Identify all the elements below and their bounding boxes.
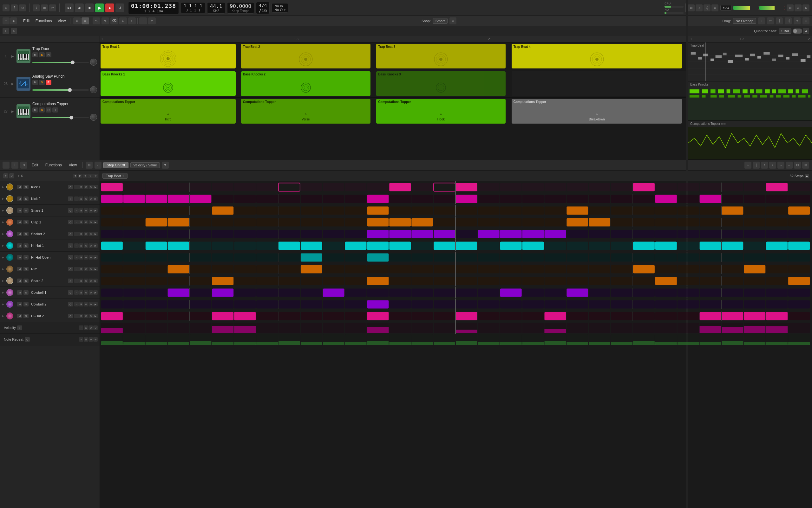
cowbell2-arr5[interactable]: ▶: [93, 302, 98, 306]
expand-hihat2[interactable]: ▶: [2, 314, 5, 318]
logo-icon[interactable]: ⊕: [3, 4, 9, 11]
drag-icon2[interactable]: ⇐: [767, 17, 774, 25]
kick2-arr5[interactable]: ▶: [93, 197, 98, 201]
quantize-value[interactable]: 1 Bar: [779, 29, 791, 34]
cowbell2-tune[interactable]: ◇: [68, 302, 73, 306]
snare2-arr4[interactable]: ⊖: [88, 279, 93, 283]
cowbell1-arr2[interactable]: ⊞: [79, 290, 83, 295]
cycle-button[interactable]: ↺: [115, 3, 124, 12]
piano-icon[interactable]: ♪: [696, 4, 703, 11]
cross-tool[interactable]: ✛: [148, 17, 156, 25]
kick1-solo[interactable]: S: [24, 185, 29, 189]
step-on-off-button[interactable]: Step On/Off: [104, 162, 129, 168]
kick1-arr5[interactable]: ▶: [93, 185, 98, 189]
grid-icon[interactable]: ⊞: [787, 4, 794, 11]
kick2-tune[interactable]: ◇: [68, 197, 73, 201]
rim-arr1[interactable]: →: [74, 267, 79, 271]
track-expand-3[interactable]: ▶: [11, 109, 14, 113]
shaker2-arr3[interactable]: ⊕: [84, 232, 88, 236]
clip-trap-beat-1[interactable]: Trap Beat 1: [101, 44, 236, 69]
rim-solo[interactable]: S: [24, 267, 29, 271]
hihat-open-mute[interactable]: M: [17, 255, 22, 260]
expand-hihat1[interactable]: ▶: [2, 244, 5, 247]
seq-full-screen[interactable]: ⊞: [802, 162, 809, 169]
library-button[interactable]: ◈: [10, 17, 17, 25]
cowbell1-arr1[interactable]: →: [74, 290, 79, 295]
drag-icon1[interactable]: |←: [758, 17, 765, 25]
grid-view-button[interactable]: ⊞: [73, 17, 81, 25]
drag-icon4[interactable]: →|: [785, 17, 792, 25]
help-icon[interactable]: ⊙: [19, 4, 26, 11]
rim-arr5[interactable]: ▶: [93, 267, 98, 271]
seq-nav-copy[interactable]: ⊚: [93, 174, 98, 178]
cowbell1-arr3[interactable]: ⊕: [84, 290, 88, 295]
hihat2-arr1[interactable]: →: [74, 314, 79, 318]
pan-knob-1[interactable]: [90, 58, 97, 66]
hihat1-tune[interactable]: ◇: [68, 243, 73, 248]
hihat1-solo[interactable]: S: [24, 243, 29, 248]
scissors-icon[interactable]: ✂: [49, 4, 56, 11]
mixer-icon[interactable]: ⊞: [688, 4, 695, 11]
hihat-open-tune[interactable]: ◇: [68, 255, 73, 260]
mute-1[interactable]: M: [32, 52, 38, 57]
clap1-arr4[interactable]: ⊖: [88, 220, 93, 224]
kick1-arr1[interactable]: →: [74, 185, 79, 189]
clip-trap-beat-3[interactable]: Trap Beat 3: [376, 44, 506, 69]
seq-add-button[interactable]: +: [3, 162, 9, 169]
solo-2[interactable]: S: [39, 80, 45, 85]
rim-arr3[interactable]: ⊕: [84, 267, 88, 271]
seq-speaker-right[interactable]: ♪: [744, 162, 751, 169]
volume-slider-1[interactable]: [32, 62, 89, 63]
cowbell2-mute[interactable]: M: [17, 302, 22, 306]
hihat2-tune[interactable]: ◇: [68, 314, 73, 318]
seq-menu-edit[interactable]: Edit: [29, 162, 41, 168]
hihat-open-arr3[interactable]: ⊕: [84, 255, 88, 260]
drag-icon3[interactable]: |: [776, 17, 783, 25]
rewind-button[interactable]: ⏮: [65, 3, 74, 12]
shaker2-mute[interactable]: M: [17, 232, 22, 236]
kick1-mute[interactable]: M: [17, 185, 22, 189]
track-expand-1[interactable]: ▶: [11, 54, 14, 58]
snare2-arr2[interactable]: ⊞: [79, 279, 83, 283]
vel-arr1[interactable]: →: [79, 326, 83, 330]
snare2-tune[interactable]: ◇: [68, 279, 73, 283]
seq-settings-button[interactable]: ⊙: [20, 162, 27, 169]
kick1-arr2[interactable]: ⊞: [79, 185, 83, 189]
shaker2-solo[interactable]: S: [24, 232, 29, 236]
solo-3[interactable]: S: [39, 108, 45, 113]
snare1-arr5[interactable]: ▶: [93, 208, 98, 213]
hihat1-arr2[interactable]: ⊞: [79, 243, 83, 248]
dark-toggle[interactable]: [792, 29, 802, 34]
seq-tool-3[interactable]: ↓: [769, 162, 776, 169]
stop-button[interactable]: ■: [85, 3, 94, 12]
hihat2-arr4[interactable]: ⊖: [88, 314, 93, 318]
tune-icon[interactable]: ⊞: [41, 4, 48, 11]
cowbell2-arr1[interactable]: →: [74, 302, 79, 306]
snare2-arr1[interactable]: →: [74, 279, 79, 283]
mute-3[interactable]: M: [32, 108, 38, 113]
snare1-arr1[interactable]: →: [74, 208, 79, 213]
score-icon[interactable]: 𝄞: [703, 4, 710, 11]
clip-trap-beat-4[interactable]: Trap Beat 4: [512, 44, 682, 69]
hihat1-arr4[interactable]: ⊖: [88, 243, 93, 248]
kick2-arr1[interactable]: →: [74, 197, 79, 201]
hihat-open-arr4[interactable]: ⊖: [88, 255, 93, 260]
seq-nav-up[interactable]: ⊕: [83, 174, 87, 178]
loop-icon[interactable]: ⌻: [11, 28, 17, 34]
snap-toggle[interactable]: ⊕: [450, 17, 456, 25]
seq-pattern-name[interactable]: Trap Beat 1: [103, 173, 127, 179]
hihat-open-solo[interactable]: S: [24, 255, 29, 260]
snare1-solo[interactable]: S: [24, 208, 29, 213]
snare1-tune[interactable]: ◇: [68, 208, 73, 213]
cowbell2-solo[interactable]: S: [24, 302, 29, 306]
cowbell1-tune[interactable]: ◇: [68, 290, 73, 295]
seq-tool-6[interactable]: ⊡: [794, 162, 801, 169]
shaker2-arr4[interactable]: ⊖: [88, 232, 93, 236]
velocity-select[interactable]: Velocity / Value: [130, 162, 160, 168]
clap1-arr5[interactable]: ▶: [93, 220, 98, 224]
clip-comp-topper-4[interactable]: Computations Topper ^ Breakdown: [512, 99, 682, 124]
cowbell2-arr2[interactable]: ⊞: [79, 302, 83, 306]
menu-view[interactable]: View: [55, 18, 69, 24]
record-arm-2[interactable]: R: [46, 80, 51, 85]
kick1-arr3[interactable]: ⊕: [84, 185, 88, 189]
